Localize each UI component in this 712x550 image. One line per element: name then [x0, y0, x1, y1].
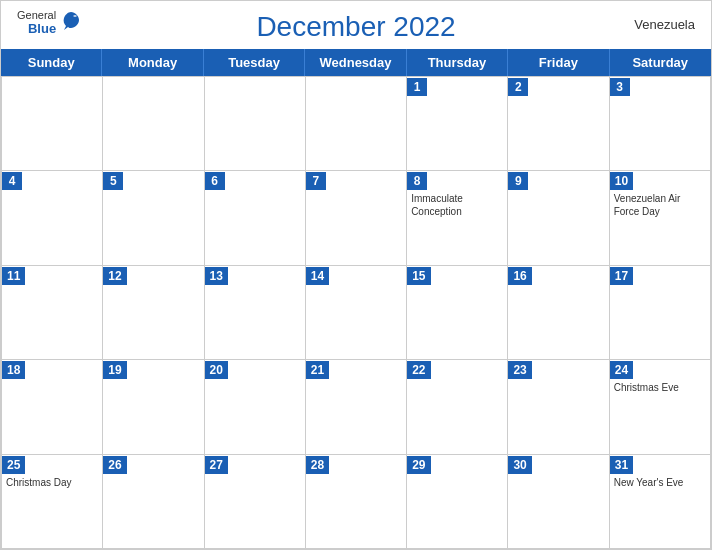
day-thursday: Thursday [407, 49, 508, 76]
calendar-cell [306, 77, 407, 171]
day-friday: Friday [508, 49, 609, 76]
calendar-cell: 8Immaculate Conception [407, 171, 508, 265]
cell-event-label: Immaculate Conception [407, 190, 507, 220]
cell-date-number: 22 [407, 361, 430, 379]
cell-date-number: 8 [407, 172, 427, 190]
calendar-cell: 2 [508, 77, 609, 171]
cell-event-label: Venezuelan Air Force Day [610, 190, 710, 220]
cell-date-number: 21 [306, 361, 329, 379]
cell-date-number: 20 [205, 361, 228, 379]
calendar-cell [2, 77, 103, 171]
cell-date-number: 12 [103, 267, 126, 285]
calendar-cell: 30 [508, 455, 609, 549]
calendar-grid: 12345678Immaculate Conception910Venezuel… [1, 76, 711, 549]
cell-date-number: 15 [407, 267, 430, 285]
cell-date-number: 14 [306, 267, 329, 285]
month-title: December 2022 [256, 11, 455, 43]
day-sunday: Sunday [1, 49, 102, 76]
calendar-cell: 23 [508, 360, 609, 454]
cell-date-number: 29 [407, 456, 430, 474]
calendar-cell: 27 [205, 455, 306, 549]
calendar-cell: 18 [2, 360, 103, 454]
cell-date-number: 23 [508, 361, 531, 379]
cell-date-number: 27 [205, 456, 228, 474]
cell-date-number: 16 [508, 267, 531, 285]
calendar-cell: 22 [407, 360, 508, 454]
cell-date-number: 26 [103, 456, 126, 474]
cell-date-number: 1 [407, 78, 427, 96]
cell-date-number: 19 [103, 361, 126, 379]
calendar-cell: 29 [407, 455, 508, 549]
day-tuesday: Tuesday [204, 49, 305, 76]
bird-icon [60, 10, 82, 32]
day-monday: Monday [102, 49, 203, 76]
calendar-cell: 16 [508, 266, 609, 360]
calendar-cell: 31New Year's Eve [610, 455, 711, 549]
calendar-cell: 21 [306, 360, 407, 454]
calendar-cell: 14 [306, 266, 407, 360]
cell-date-number: 18 [2, 361, 25, 379]
cell-date-number: 17 [610, 267, 633, 285]
calendar-cell: 10Venezuelan Air Force Day [610, 171, 711, 265]
cell-date-number: 9 [508, 172, 528, 190]
cell-date-number: 4 [2, 172, 22, 190]
calendar-cell: 6 [205, 171, 306, 265]
calendar-cell: 28 [306, 455, 407, 549]
calendar-cell [103, 77, 204, 171]
calendar-cell [205, 77, 306, 171]
day-wednesday: Wednesday [305, 49, 406, 76]
calendar-cell: 1 [407, 77, 508, 171]
calendar-cell: 20 [205, 360, 306, 454]
cell-event-label: Christmas Day [2, 474, 102, 491]
calendar-container: General Blue December 2022 Venezuela Sun… [0, 0, 712, 550]
cell-date-number: 25 [2, 456, 25, 474]
calendar-cell: 19 [103, 360, 204, 454]
calendar-cell: 9 [508, 171, 609, 265]
logo-blue: Blue [28, 21, 56, 36]
calendar-cell: 17 [610, 266, 711, 360]
cell-date-number: 28 [306, 456, 329, 474]
cell-event-label: New Year's Eve [610, 474, 710, 491]
cell-date-number: 24 [610, 361, 633, 379]
cell-date-number: 3 [610, 78, 630, 96]
cell-date-number: 2 [508, 78, 528, 96]
calendar-cell: 25Christmas Day [2, 455, 103, 549]
days-header: Sunday Monday Tuesday Wednesday Thursday… [1, 49, 711, 76]
cell-date-number: 7 [306, 172, 326, 190]
calendar-cell: 26 [103, 455, 204, 549]
cell-date-number: 11 [2, 267, 25, 285]
calendar-cell: 5 [103, 171, 204, 265]
calendar-cell: 15 [407, 266, 508, 360]
cell-date-number: 31 [610, 456, 633, 474]
cell-date-number: 6 [205, 172, 225, 190]
logo-area: General Blue [17, 9, 82, 36]
cell-date-number: 5 [103, 172, 123, 190]
cell-date-number: 30 [508, 456, 531, 474]
cell-date-number: 10 [610, 172, 633, 190]
day-saturday: Saturday [610, 49, 711, 76]
calendar-header: General Blue December 2022 Venezuela [1, 1, 711, 49]
calendar-cell: 3 [610, 77, 711, 171]
calendar-cell: 7 [306, 171, 407, 265]
logo-general: General [17, 9, 56, 21]
country-label: Venezuela [634, 17, 695, 32]
calendar-cell: 12 [103, 266, 204, 360]
calendar-cell: 4 [2, 171, 103, 265]
calendar-cell: 11 [2, 266, 103, 360]
calendar-cell: 24Christmas Eve [610, 360, 711, 454]
cell-date-number: 13 [205, 267, 228, 285]
calendar-cell: 13 [205, 266, 306, 360]
cell-event-label: Christmas Eve [610, 379, 710, 396]
